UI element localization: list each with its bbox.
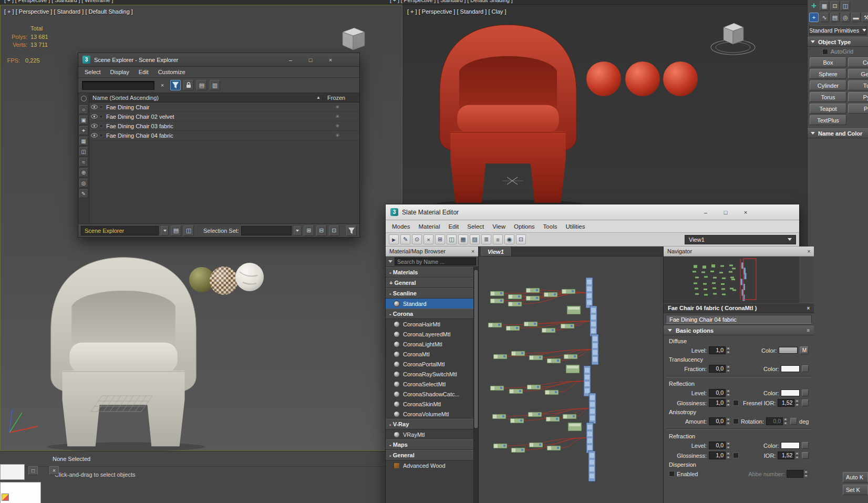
refraction-glossiness-spinner[interactable]: 1,0 xyxy=(709,451,731,459)
display-groups-icon[interactable]: ⊕ xyxy=(79,168,88,177)
se-menu-select[interactable]: Select xyxy=(85,69,101,75)
display-objects-icon[interactable]: ○ xyxy=(79,105,88,114)
reflection-color-swatch[interactable] xyxy=(781,389,800,396)
primitive-button-sphere[interactable]: Sphere xyxy=(810,69,846,79)
primitive-category-dropdown[interactable]: Standard Primitives xyxy=(809,25,866,35)
move-children-icon[interactable]: ⊞ xyxy=(435,234,445,244)
translucency-color-swatch[interactable] xyxy=(781,365,800,372)
clear-search-icon[interactable]: × xyxy=(157,80,168,90)
refraction-map-button[interactable] xyxy=(802,442,809,449)
tab-modify-icon[interactable]: ∿ xyxy=(820,13,829,22)
frozen-toggle-icon[interactable]: ✳ xyxy=(323,123,359,129)
reflection-map-button[interactable] xyxy=(802,389,809,396)
primitive-button-clipped[interactable]: Pl xyxy=(848,104,868,114)
maximize-icon[interactable]: □ xyxy=(307,57,314,63)
set-key-button[interactable]: Set K xyxy=(843,485,868,495)
browser-group-header[interactable]: - Maps xyxy=(386,439,473,450)
primitive-button-clipped[interactable]: Tu xyxy=(848,80,868,90)
scene-object-row[interactable]: Fae Dining Chair 03 fabric ✳ xyxy=(89,121,359,131)
add-to-set-icon[interactable]: ⊟ xyxy=(316,225,327,236)
abbe-number-spinner[interactable] xyxy=(787,470,809,478)
primitive-button-teapot[interactable]: Teapot xyxy=(810,104,846,114)
search-options-icon[interactable] xyxy=(388,260,392,263)
primitive-button-textplus[interactable]: TextPlus xyxy=(810,115,846,125)
create-menu-plus-icon[interactable]: + xyxy=(809,1,819,11)
sort-ascending-icon[interactable]: ▲ xyxy=(314,95,323,100)
frozen-toggle-icon[interactable]: ✳ xyxy=(323,104,359,110)
scene-object-row[interactable]: Fae Dining Chair 04 fabric ✳ xyxy=(89,131,359,140)
toolbar-extra-icon-3[interactable]: ◫ xyxy=(841,1,850,11)
browser-scrollbar[interactable] xyxy=(473,267,478,503)
refraction-glossiness-map-checkbox[interactable] xyxy=(733,453,739,458)
scene-explorer-titlebar[interactable]: 3 Scene Explorer - Scene Explorer – □ × xyxy=(78,53,359,67)
header-circle-icon[interactable] xyxy=(81,96,87,101)
select-tool-icon[interactable]: ► xyxy=(389,234,399,244)
viewcube-ring-gizmo[interactable] xyxy=(708,18,758,58)
browser-group-header[interactable]: + General xyxy=(386,278,473,288)
visibility-eye-icon[interactable] xyxy=(89,124,98,128)
scene-object-row[interactable]: Fae Dining Chair 02 velvet ✳ xyxy=(89,112,359,121)
browser-group-header[interactable]: - General xyxy=(386,450,473,460)
close-icon[interactable]: × xyxy=(471,249,474,254)
explorer-column-header[interactable]: Name (Sorted Ascending) ▲ Frozen xyxy=(89,93,359,102)
browser-search-input[interactable] xyxy=(395,258,476,265)
chevron-down-icon[interactable] xyxy=(294,226,302,235)
red-sphere-2[interactable] xyxy=(625,61,660,96)
lock-icon[interactable] xyxy=(183,80,194,90)
refraction-level-spinner[interactable]: 0,0 xyxy=(709,442,731,449)
amount-map-checkbox[interactable] xyxy=(733,418,739,424)
material-by-selection-icon[interactable]: ◉ xyxy=(504,234,514,244)
layout-all-icon[interactable]: ≣ xyxy=(481,234,491,244)
display-spacewarps-icon[interactable]: ≈ xyxy=(79,158,88,167)
visibility-eye-icon[interactable] xyxy=(89,133,98,138)
view-selector-dropdown[interactable]: View1 xyxy=(685,235,796,244)
browser-group-header[interactable]: - Scanline xyxy=(386,288,473,299)
glossiness-map-checkbox[interactable] xyxy=(733,400,739,406)
red-sphere-1[interactable] xyxy=(586,61,621,96)
browser-item[interactable]: CoronaLayeredMtl xyxy=(386,329,473,339)
marble-material-sphere[interactable] xyxy=(235,263,264,291)
sme-menu-utilities[interactable]: Utilities xyxy=(565,223,585,230)
list-view-icon[interactable]: ▤ xyxy=(197,80,207,90)
ior-map-button[interactable] xyxy=(802,452,809,459)
scrollbar-thumb[interactable] xyxy=(474,270,478,428)
minimize-icon[interactable]: – xyxy=(702,209,709,215)
tab-utilities-icon[interactable]: ⚒ xyxy=(862,13,868,22)
display-bones-icon[interactable]: ✎ xyxy=(79,189,88,198)
frozen-toggle-icon[interactable]: ✳ xyxy=(323,132,359,138)
primitive-button-clipped[interactable]: Geo xyxy=(848,69,868,79)
assign-material-icon[interactable]: ⊙ xyxy=(412,234,422,244)
browser-item[interactable]: CoronaPortalMtl xyxy=(386,359,473,369)
display-xrefs-icon[interactable]: ◎ xyxy=(79,179,88,188)
browser-item[interactable]: CoronaLightMtl xyxy=(386,339,473,349)
frozen-column-header[interactable]: Frozen xyxy=(323,95,359,101)
fresnel-map-button[interactable] xyxy=(802,399,809,406)
primitive-button-clipped[interactable]: Co xyxy=(848,57,868,67)
name-color-rollout-header[interactable]: Name and Color xyxy=(808,128,868,138)
se-menu-edit[interactable]: Edit xyxy=(139,69,149,75)
scene-object-row[interactable]: Fae Dining Chair ✳ xyxy=(89,102,359,112)
name-column-header[interactable]: Name (Sorted Ascending) xyxy=(89,95,314,101)
material-params-header[interactable]: Fae Chair 04 fabric ( CoronaMtl ) × xyxy=(664,303,814,313)
show-background-icon[interactable]: ▨ xyxy=(470,234,480,244)
browser-group-header[interactable]: - V-Ray xyxy=(386,419,473,429)
delete-node-icon[interactable]: × xyxy=(423,234,433,244)
footer-filter-funnel-icon[interactable] xyxy=(346,225,357,236)
browser-item[interactable]: CoronaRaySwitchMtl xyxy=(386,369,473,379)
mini-window-maximize-icon[interactable]: □ xyxy=(28,466,38,475)
material-name-field[interactable]: Fae Dining Chair 04 fabric xyxy=(666,315,812,324)
navigator-panel-header[interactable]: Navigator × xyxy=(664,247,814,256)
browser-group-header[interactable]: - Corona xyxy=(386,309,473,319)
viewport-label[interactable]: [ + ] [ Perspective ] [ Standard ] [ Def… xyxy=(4,8,133,15)
display-helpers-icon[interactable]: ◫ xyxy=(79,147,88,156)
show-grid-icon[interactable]: ▦ xyxy=(458,234,468,244)
create-selection-set-icon[interactable]: ⊞ xyxy=(304,225,314,236)
material-editor-titlebar[interactable]: 3 Slate Material Editor – □ × xyxy=(386,204,799,220)
sme-menu-material[interactable]: Material xyxy=(419,223,440,230)
sme-menu-select[interactable]: Select xyxy=(467,223,484,230)
object-type-rollout-header[interactable]: Object Type xyxy=(808,37,868,47)
checker-material-sphere[interactable] xyxy=(210,266,238,295)
mini-listener-panel[interactable] xyxy=(0,464,25,480)
minimize-icon[interactable]: – xyxy=(287,57,294,63)
dispersion-enabled-checkbox[interactable] xyxy=(669,471,675,477)
